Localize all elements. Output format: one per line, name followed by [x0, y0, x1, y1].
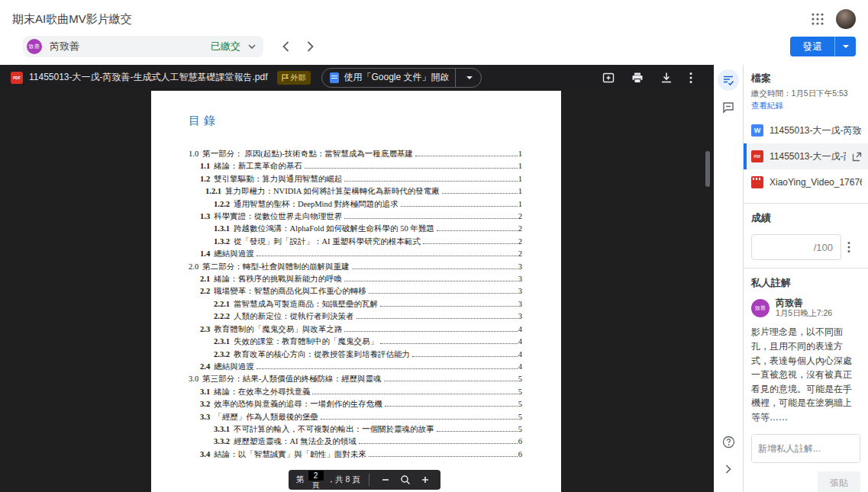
pdf-file-icon: PDF	[751, 150, 763, 162]
toc-entry-title: 科學實證：從數位世界走向物理世界	[214, 211, 342, 223]
zoom-out-button[interactable]	[378, 475, 393, 484]
add-comment-button[interactable]	[602, 72, 615, 84]
toc-entry-page: 4	[518, 349, 522, 361]
comment-avatar: 致善	[751, 299, 770, 317]
more-options-button[interactable]	[689, 72, 692, 84]
toc-entry-title: 算力即權力：NVIDIA 如何將計算架構轉化為新時代的發電廠	[225, 185, 440, 198]
comment-text: 影片理念是，以不同面孔，且用不同的表達方式，表達每個人內心深處一直被忽視，沒有被…	[751, 325, 860, 424]
attachment-video[interactable]: XiaoYing_Video_176760662...	[744, 169, 868, 195]
attachment-name: XiaoYing_Video_176760662...	[770, 177, 862, 188]
google-docs-icon	[330, 72, 339, 83]
grade-row	[751, 234, 860, 260]
toc-entry: 1.3.1跨越數位鴻溝：AlphaFold 如何破解生命科學的 50 年難題2	[189, 223, 522, 235]
open-in-new-icon[interactable]	[852, 152, 862, 162]
toc-entry-number: 2.1	[200, 273, 210, 285]
toc-entry-page: 4	[518, 361, 522, 373]
toc-entry: 1.4總結與過渡2	[189, 248, 522, 260]
attachment-name: 11455013-大一戊-芮致善-生...	[770, 124, 862, 137]
tab-comments[interactable]	[718, 97, 739, 118]
student-selector[interactable]: 致善 芮致善 已繳交	[23, 36, 263, 57]
grade-options-button[interactable]	[847, 241, 850, 253]
return-button[interactable]: 發還	[790, 37, 834, 56]
toc-entry: 2.2.1當智慧成為可製造商品：知識壁壘的瓦解3	[189, 298, 522, 310]
attachment-pdf[interactable]: PDF11455013-大一戊-芮...	[744, 143, 868, 169]
toc-entry-number: 3.3.2	[214, 436, 230, 448]
toc-entry-page: 3	[518, 285, 522, 297]
toc-dot-leader	[344, 331, 518, 332]
toc-entry-number: 2.3.2	[214, 349, 230, 361]
toc-entry-title: 結論：以「智慧誠實」與「韌性」面對未來	[214, 449, 366, 461]
toc-dot-leader	[357, 318, 518, 319]
tab-grading[interactable]	[718, 69, 739, 91]
toc-entry-page: 1	[518, 148, 522, 160]
toc-dot-leader	[437, 230, 518, 231]
chevron-down-icon[interactable]	[461, 76, 478, 80]
divider	[455, 69, 456, 87]
attachment-doc[interactable]: W11455013-大一戊-芮致善-生...	[744, 117, 868, 143]
previous-student-button[interactable]	[276, 37, 295, 56]
pdf-page: 目錄 1.0第一部分： 原因(起點)-技術奇點：當智慧成為一種底層基建11.1緒…	[151, 91, 561, 492]
toc-entry-title: 失效的課堂：教育體制中的「魔鬼交易」	[234, 336, 378, 348]
toc-entry-number: 1.3.1	[214, 223, 230, 235]
toc-dot-leader	[312, 394, 518, 394]
toc-entry-number: 2.3.1	[214, 336, 230, 348]
download-button[interactable]	[660, 72, 673, 84]
pdf-toolbar: PDF 11455013-大一戊-芮致善-生成式人工智慧基礎課堂報告.pdf 外…	[0, 65, 714, 90]
toc-dot-leader	[384, 381, 518, 381]
toc-entry-title: 職場變革：智慧的商品化與工作重心的轉移	[214, 285, 366, 297]
toc-entry-title: 「經歷」作為人類最後的堡壘	[214, 411, 318, 423]
minus-icon	[381, 475, 390, 484]
toc-entry-page: 5	[518, 386, 522, 398]
toc-entry-number: 3.2	[200, 398, 210, 410]
return-split-button: 發還	[790, 37, 856, 56]
return-dropdown-button[interactable]	[834, 37, 856, 56]
download-icon	[660, 72, 673, 84]
page-navigation-bar: 第 頁 ，共 8 頁	[289, 470, 440, 490]
toc-entry-number: 1.4	[200, 248, 210, 260]
new-private-comment-input[interactable]	[751, 434, 860, 463]
plus-icon	[421, 475, 430, 484]
zoom-fit-button[interactable]	[397, 474, 414, 485]
toc-entry-number: 2.3	[200, 323, 210, 336]
post-button[interactable]: 張貼	[818, 471, 860, 492]
toc-entry-page: 5	[518, 373, 522, 385]
print-button[interactable]	[631, 72, 644, 84]
toc-entry-page: 3	[518, 273, 522, 285]
toc-entry-number: 1.3	[200, 211, 210, 223]
view-history-link[interactable]: 查看紀錄	[751, 101, 783, 111]
toc-entry-title: 緒論：新工業革命的基石	[214, 160, 302, 172]
video-file-icon	[751, 176, 763, 188]
help-button[interactable]	[718, 431, 739, 452]
toc-entry-title: 人類的新定位：從執行者到決策者	[234, 310, 354, 323]
pdf-filename: 11455013-大一戊-芮致善-生成式人工智慧基礎課堂報告.pdf	[29, 71, 268, 84]
toc-entry: 2.0第二部分：轉型-社會與體制的崩解與重建3	[189, 261, 522, 273]
grading-side-panel: 檔案 繳交時間：1月5日下午5:53 查看紀錄 W11455013-大一戊-芮致…	[743, 65, 868, 492]
grade-input[interactable]	[751, 234, 841, 260]
chevron-left-icon	[282, 41, 289, 52]
toc-dot-leader	[344, 281, 518, 281]
toc-entry-number: 2.0	[189, 261, 198, 273]
toc-entry-number: 3.1	[200, 386, 210, 398]
files-heading: 檔案	[751, 72, 860, 85]
toc-entry-number: 3.3.1	[214, 423, 230, 436]
page-number-input[interactable]	[308, 471, 324, 481]
collapse-panel-button[interactable]	[718, 458, 739, 480]
toc-entry-page: 1	[518, 173, 522, 185]
account-avatar[interactable]	[836, 9, 856, 29]
grade-section: 成績	[744, 211, 868, 260]
google-apps-grid-icon[interactable]	[810, 11, 825, 27]
zoom-in-button[interactable]	[418, 475, 433, 484]
open-with-google-docs-button[interactable]: 使用「Google 文件」開啟	[321, 68, 482, 88]
pdf-scrollbar-thumb[interactable]	[705, 151, 710, 187]
attachment-list: W11455013-大一戊-芮致善-生...PDF11455013-大一戊-芮.…	[744, 117, 868, 195]
grade-heading: 成績	[751, 211, 860, 225]
assignment-title: 期末AI歌曲MV影片繳交	[12, 12, 132, 27]
student-name: 芮致善	[50, 40, 79, 53]
toc-entry-title: 效率的恐怖與意義的追尋：一場創作的生存危機	[214, 398, 382, 410]
toc-dot-leader	[369, 456, 518, 457]
toc-entry: 3.1緒論：在效率之外尋找意義5	[189, 386, 522, 398]
toc-entry-title: 第三部分：結果-人類價值的終極防線：經歷與靈魂	[202, 373, 382, 385]
toc-dot-leader	[437, 431, 518, 432]
toc-entry-number: 1.2.1	[205, 185, 221, 198]
next-student-button[interactable]	[300, 37, 320, 56]
